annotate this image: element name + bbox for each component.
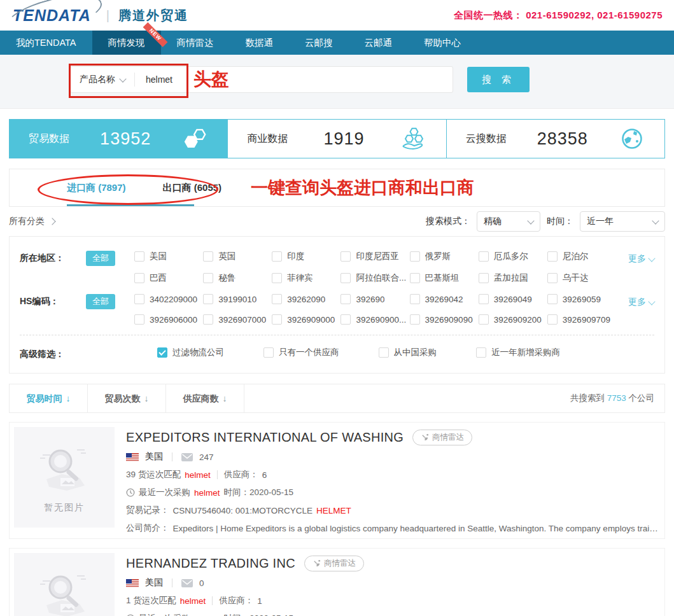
hs-code-checkbox[interactable]: 39269042 (410, 294, 476, 304)
hs-code-checkbox[interactable]: 3926909709 (547, 314, 614, 325)
hs-code-checkbox[interactable]: 3926907000 (203, 314, 269, 325)
nav-item-help-center[interactable]: 帮助中心 (408, 31, 477, 55)
checkbox-icon (272, 294, 282, 304)
checkbox-icon (547, 273, 558, 283)
header-divider: | (106, 8, 109, 23)
hs-code-checkbox[interactable]: 39199010 (203, 294, 269, 304)
sort-trade-count[interactable]: 贸易次数 (88, 384, 166, 412)
nav-item-cloud-mail-search[interactable]: 云邮搜 (289, 31, 349, 55)
radar-button[interactable]: 商情雷达 (412, 430, 472, 445)
time-range-select[interactable]: 近一年 (580, 211, 665, 232)
checkbox-icon (272, 251, 282, 262)
region-more-link[interactable]: 更多 (628, 253, 654, 265)
region-checkbox[interactable]: 厄瓜多尔 (479, 251, 545, 262)
search-section: 产品名称 头盔 搜 索 (0, 55, 674, 109)
checkbox-icon (410, 273, 420, 283)
region-checkbox[interactable]: 巴基斯坦 (410, 272, 476, 284)
no-image-placeholder-icon (35, 441, 94, 500)
region-checkbox[interactable]: 阿拉伯联合... (341, 272, 407, 284)
buy-from-china-checkbox[interactable]: 从中国采购 (379, 347, 437, 358)
company-profile-line: 公司简介： Expeditors | Home Expeditors is a … (126, 522, 660, 534)
meta-divider (212, 596, 213, 605)
hs-code-checkbox[interactable]: 392690900... (341, 314, 407, 325)
region-checkbox[interactable]: 印度尼西亚 (341, 251, 407, 262)
hs-code-checkbox[interactable]: 39269049 (479, 294, 545, 304)
region-checkbox[interactable]: 巴西 (134, 272, 200, 284)
region-all-badge[interactable]: 全部 (86, 251, 115, 266)
sort-trade-time[interactable]: 贸易时间 (10, 384, 88, 412)
stat-trade-data[interactable]: 贸易数据 13952 (10, 120, 227, 158)
stat-cloud-search-data[interactable]: 云搜数据 28358 (446, 120, 664, 158)
brand-block: TENDATA | 腾道外贸通 (11, 4, 188, 27)
checkbox-icon (341, 251, 351, 262)
hs-code-checkbox[interactable]: 3926909200 (479, 314, 545, 325)
region-checkbox[interactable]: 美国 (134, 251, 200, 262)
company-card: 暂无图片 HERNANDEZ TRADING INC 商情雷达 (9, 548, 665, 616)
chevron-down-icon (527, 217, 534, 224)
region-checkbox[interactable]: 秘鲁 (203, 272, 269, 284)
checkbox-icon (272, 273, 282, 283)
search-input[interactable] (135, 74, 183, 85)
nav-item-discovery[interactable]: 商情发现 NEW (92, 31, 161, 55)
region-label: 所在地区： (20, 251, 86, 264)
hs-more-link[interactable]: 更多 (628, 297, 654, 308)
search-bar: 产品名称 头盔 (70, 66, 453, 93)
chevron-down-icon (648, 255, 655, 262)
top-header: TENDATA | 腾道外贸通 全国统一热线： 021-61590292, 02… (0, 0, 674, 31)
nav-item-radar[interactable]: 商情雷达 (161, 31, 230, 55)
chevron-down-icon (119, 75, 126, 82)
nav-item-cloud-mail[interactable]: 云邮通 (349, 31, 409, 55)
checkbox-icon (479, 314, 489, 325)
annotation-keyword-cn: 头盔 (193, 67, 229, 92)
hs-code-checkbox[interactable]: 39269059 (547, 294, 614, 304)
hs-code-checkbox[interactable]: 3926906000 (134, 314, 200, 325)
tab-exporters[interactable]: 出口商 (6055) (163, 182, 222, 194)
checkbox-icon (410, 314, 420, 325)
checkbox-icon (263, 347, 274, 358)
checkbox-icon (479, 251, 489, 262)
hs-code-checkbox[interactable]: 3926909000 (272, 314, 338, 325)
filter-logistics-checkbox[interactable]: 过滤物流公司 (157, 347, 224, 358)
hs-code-checkbox[interactable]: 392690 (341, 294, 407, 304)
mail-icon[interactable] (181, 453, 193, 461)
brand-title: 腾道外贸通 (118, 7, 188, 24)
region-checkbox[interactable]: 英国 (203, 251, 269, 262)
company-thumbnail[interactable]: 暂无图片 (14, 427, 115, 528)
new-buyer-checkbox[interactable]: 近一年新增采购商 (476, 347, 560, 358)
shipment-match-line: 1 货运次匹配 helmet 供应商： 1 (126, 595, 660, 606)
region-checkbox[interactable]: 菲律宾 (272, 272, 338, 284)
supplier-count: 1 (257, 596, 262, 606)
company-name[interactable]: EXPEDITORS INTERNATIONAL OF WASHING (126, 430, 404, 445)
radar-button[interactable]: 商情雷达 (304, 556, 364, 571)
all-categories-link[interactable]: 所有分类 (9, 216, 55, 227)
region-checkbox[interactable]: 孟加拉国 (479, 272, 545, 284)
search-mode-select[interactable]: 精确 (477, 211, 540, 232)
mail-icon[interactable] (181, 579, 193, 587)
main-nav: 我的TENDATA 商情发现 NEW 商情雷达 数据通 云邮搜 云邮通 帮助中心 (0, 31, 674, 55)
hs-code-checkbox[interactable]: 39262090 (272, 294, 338, 304)
checkbox-icon (134, 273, 144, 283)
no-image-placeholder-icon (35, 567, 94, 616)
company-thumbnail[interactable]: 暂无图片 (14, 553, 115, 616)
stat-business-data[interactable]: 商业数据 1919 (227, 120, 446, 158)
hand-network-icon (400, 126, 427, 151)
keyword-highlight: helmet (194, 614, 220, 616)
sort-supplier-count[interactable]: 供应商数 (166, 384, 244, 412)
single-supplier-checkbox[interactable]: 只有一个供应商 (263, 347, 339, 358)
hs-code-checkbox[interactable]: 3926909090 (410, 314, 476, 325)
region-checkbox[interactable]: 乌干达 (547, 272, 614, 284)
nav-item-datapass[interactable]: 数据通 (230, 31, 290, 55)
result-count: 7753 (607, 393, 626, 403)
search-button[interactable]: 搜 索 (467, 67, 530, 92)
tab-importers[interactable]: 进口商 (7897) (67, 182, 126, 194)
search-field-select[interactable]: 产品名称 (71, 67, 134, 92)
region-checkbox[interactable]: 尼泊尔 (547, 251, 614, 262)
region-checkbox[interactable]: 印度 (272, 251, 338, 262)
hs-all-badge[interactable]: 全部 (86, 294, 115, 309)
company-name[interactable]: HERNANDEZ TRADING INC (126, 556, 295, 571)
nav-item-my-tendata[interactable]: 我的TENDATA (0, 31, 92, 55)
us-flag-icon (126, 579, 139, 587)
hs-code-checkbox[interactable]: 3402209000 (134, 294, 200, 304)
region-checkbox[interactable]: 俄罗斯 (410, 251, 476, 262)
checkbox-icon (410, 251, 420, 262)
